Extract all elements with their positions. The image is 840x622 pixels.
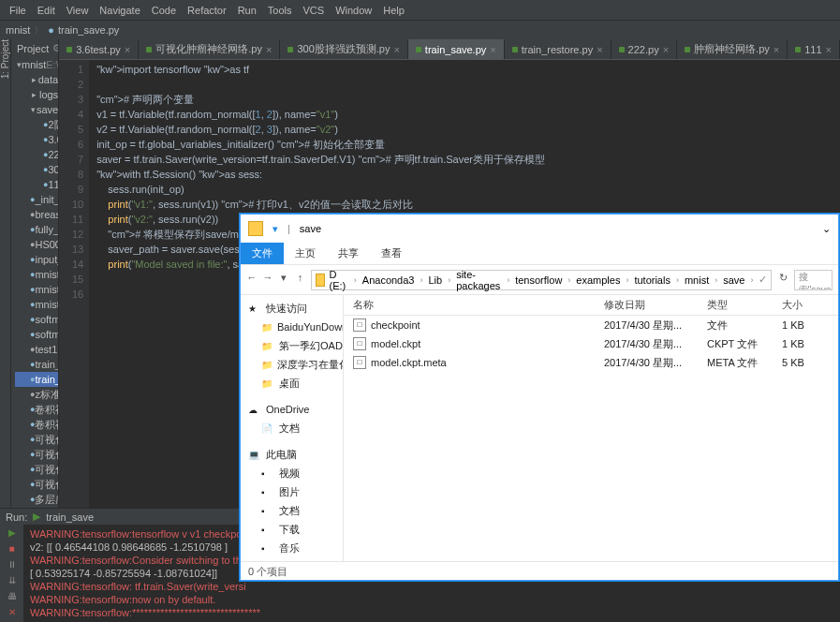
editor-tab[interactable]: 肿瘤神经网络.py× (677, 39, 788, 60)
stop-icon[interactable]: ■ (6, 543, 19, 556)
path-segment[interactable]: mnist (685, 274, 709, 286)
tree-item[interactable]: ●300股择强跌预测.py (15, 162, 58, 177)
menu-view[interactable]: View (61, 5, 95, 16)
nav-item[interactable]: ★快速访问 (241, 299, 343, 318)
breadcrumb-project[interactable]: mnist (6, 24, 30, 36)
tree-item[interactable]: ●2隐层神经网络mnist.py (15, 117, 58, 132)
project-tool-button[interactable]: 1: Project (0, 39, 11, 508)
menu-refactor[interactable]: Refactor (182, 5, 232, 16)
nav-item[interactable]: 💻此电脑 (241, 445, 343, 464)
expand-ribbon-icon[interactable]: ⌄ (822, 223, 831, 235)
tree-item[interactable]: ▸logs (15, 87, 58, 102)
menu-help[interactable]: Help (377, 5, 410, 16)
path-segment[interactable]: site-packages (456, 269, 501, 291)
path-segment[interactable]: D (E:) (329, 269, 347, 291)
col-size[interactable]: 大小 (782, 298, 838, 312)
down-icon[interactable]: ⇊ (6, 575, 19, 588)
col-type[interactable]: 类型 (707, 298, 782, 312)
pause-icon[interactable]: ⏸ (6, 559, 19, 572)
rerun-icon[interactable]: ▶ (6, 527, 19, 541)
tree-item[interactable]: ▸data (15, 72, 58, 87)
menu-navigate[interactable]: Navigate (94, 5, 145, 16)
explorer-titlebar[interactable]: ▾ | save ⌄ (241, 215, 838, 243)
path-segment[interactable]: examples (576, 274, 620, 286)
nav-item[interactable]: ▪音乐 (241, 539, 343, 557)
path-segment[interactable]: save (723, 274, 744, 286)
tree-item[interactable]: ●222.py (15, 147, 58, 162)
editor-tab[interactable]: 300股择强跌预测.py× (280, 39, 407, 60)
nav-item[interactable]: ▪文档 (241, 501, 343, 520)
ribbon-tab[interactable]: 文件 (241, 243, 284, 264)
refresh-button[interactable]: ↻ (777, 272, 788, 289)
nav-item[interactable]: 📁第一季幻OAD (241, 336, 343, 355)
editor-tab[interactable]: train_restore.py× (505, 39, 612, 60)
tree-item[interactable]: ●HS000300-2016.1.4-2017.4.20加权答案.csv (15, 237, 58, 252)
ribbon-tab[interactable]: 查看 (370, 243, 413, 264)
editor-tab[interactable]: 可视化肿瘤神经网络.py× (139, 39, 280, 60)
tree-item[interactable]: ●可视化折线图进阶.py (15, 462, 58, 477)
tree-item[interactable]: ●多层感知机mnist.py (15, 492, 58, 507)
nav-item[interactable]: ▪下载 (241, 520, 343, 539)
menu-code[interactable]: Code (146, 5, 182, 16)
back-button[interactable]: ← (246, 272, 257, 289)
run-config-name[interactable]: train_save (46, 511, 94, 523)
menu-tools[interactable]: Tools (262, 5, 298, 16)
file-row[interactable]: □model.ckpt.meta2017/4/30 星期...META 文件5 … (344, 353, 838, 372)
list-header[interactable]: 名称 修改日期 类型 大小 (344, 295, 838, 316)
menu-vcs[interactable]: VCS (298, 5, 331, 16)
editor-tab[interactable]: 222.py× (612, 39, 677, 60)
col-name[interactable]: 名称 (344, 298, 604, 312)
nav-item[interactable]: ▪图片 (241, 482, 343, 501)
menu-window[interactable]: Window (330, 5, 377, 16)
tree-item[interactable]: ●softmax逻辑回归mnist.py (15, 327, 58, 342)
close-icon[interactable]: ✕ (6, 607, 19, 620)
tree-item[interactable]: ●train_save.py (15, 372, 58, 387)
tree-item[interactable]: ●卷积神经网络mnist(不同程序风格).py (15, 402, 58, 417)
tree-item[interactable]: ▾mnist E:\Anaconda3\Lib\site-packages\te… (15, 57, 58, 72)
nav-item[interactable]: 📁BaiduYunDown (241, 318, 343, 336)
tree-item[interactable]: ●1111111111.py (15, 177, 58, 192)
print-icon[interactable]: 🖶 (6, 591, 19, 604)
tree-item[interactable]: ●mnist_softmax.py (15, 282, 58, 297)
ribbon-tab[interactable]: 共享 (327, 243, 370, 264)
up-button[interactable]: ↑ (295, 272, 305, 289)
gear-icon[interactable]: ⚙ (52, 42, 59, 54)
editor-tab[interactable]: 3.6test.py× (59, 39, 139, 60)
menu-run[interactable]: Run (232, 5, 262, 16)
tree-item[interactable]: ●线性层回.py (15, 507, 58, 508)
nav-item[interactable]: 📄文档 (241, 419, 343, 437)
breadcrumb-file[interactable]: train_save.py (58, 24, 119, 36)
tree-item[interactable]: ▾save (15, 102, 58, 117)
col-date[interactable]: 修改日期 (604, 298, 707, 312)
path-segment[interactable]: tutorials (634, 274, 671, 286)
search-input[interactable]: 搜索"save (794, 270, 833, 290)
tree-item[interactable]: ●z标准化后带标签.csv (15, 387, 58, 402)
nav-item[interactable]: ▪桌面 (241, 557, 343, 561)
ribbon-tab[interactable]: 主页 (284, 243, 327, 264)
tree-item[interactable]: ●可视化折线图.py (15, 447, 58, 462)
menu-edit[interactable]: Edit (32, 5, 61, 16)
nav-item[interactable]: 📁深度学习在量化 (241, 355, 343, 374)
nav-item[interactable]: 📁桌面 (241, 374, 343, 392)
nav-item[interactable]: ☁OneDrive (241, 400, 343, 419)
tree-item[interactable]: ●卷积神经网络mnist.py (15, 417, 58, 432)
path-segment[interactable]: Lib (428, 274, 442, 286)
menu-file[interactable]: File (4, 5, 32, 16)
file-row[interactable]: □checkpoint2017/4/30 星期...文件1 KB (344, 316, 838, 334)
address-bar[interactable]: D (E:)›Anaconda3›Lib›site-packages›tenso… (311, 270, 772, 290)
tree-item[interactable]: ●可视化一图画多条线.py (15, 432, 58, 447)
tree-item[interactable]: ●_init_.py (15, 192, 58, 207)
tree-item[interactable]: ●3.6test.py (15, 132, 58, 147)
tree-item[interactable]: ●fully_connected_feed.py (15, 222, 58, 237)
tree-item[interactable]: ●mnist.py (15, 267, 58, 282)
path-segment[interactable]: tensorflow (515, 274, 562, 286)
tree-item[interactable]: ●train_restore.py (15, 357, 58, 372)
tree-item[interactable]: ●softmax.py (15, 312, 58, 327)
qat-icon[interactable]: ▾ (273, 223, 278, 235)
tree-item[interactable]: ●test1.xls (15, 342, 58, 357)
tree-item[interactable]: ●breast-cancer-wisconsin.data (15, 207, 58, 222)
path-segment[interactable]: Anaconda3 (362, 274, 415, 286)
editor-tab[interactable]: 111× (788, 39, 840, 60)
forward-button[interactable]: → (262, 272, 273, 289)
tree-item[interactable]: ●input_data.py (15, 252, 58, 267)
